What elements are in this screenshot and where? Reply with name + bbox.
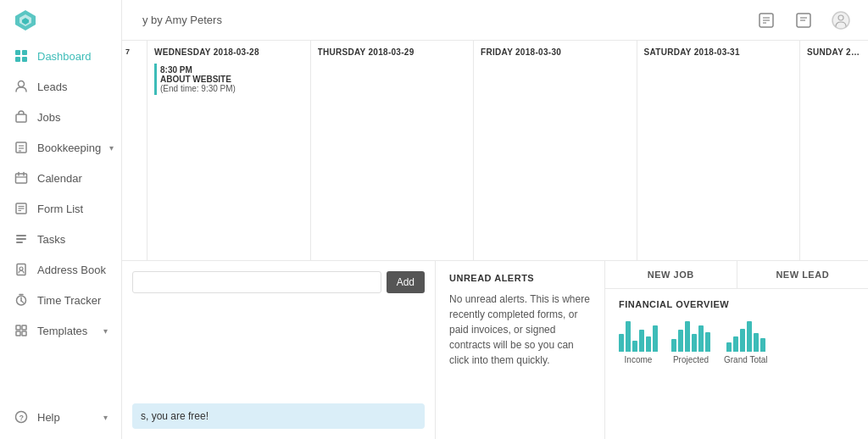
- chart-grand-total-bars: [726, 318, 765, 352]
- alerts-title: UNREAD ALERTS: [449, 273, 591, 283]
- sidebar-item-label-templates: Templates: [37, 325, 87, 337]
- chart-income: Income: [619, 318, 658, 364]
- content-area: 7 WEDNESDAY 2018-03-28 8:30 PM ABOUT WEB…: [122, 41, 868, 439]
- formlist-icon: [14, 201, 29, 216]
- chart-income-bars: [619, 318, 658, 352]
- calendar-event-title: ABOUT WEBSITE: [160, 75, 300, 84]
- sidebar-item-calendar[interactable]: Calendar: [0, 163, 121, 193]
- alerts-text: No unread alerts. This is where recently…: [449, 292, 591, 368]
- bottom-panels: Add s, you are free! UNREAD ALERTS No un…: [122, 261, 868, 439]
- help-arrow: ▾: [103, 413, 108, 422]
- templates-arrow: ▾: [103, 326, 108, 336]
- svg-rect-3: [15, 50, 20, 55]
- sidebar-item-label-help: Help: [37, 411, 60, 424]
- calendar-section: 7 WEDNESDAY 2018-03-28 8:30 PM ABOUT WEB…: [122, 41, 868, 261]
- sidebar-item-label-jobs: Jobs: [37, 111, 60, 124]
- tasks-icon: [14, 231, 29, 247]
- calendar-day-header-0: 7: [125, 47, 143, 56]
- svg-line-28: [21, 301, 24, 303]
- chart-projected-label: Projected: [673, 355, 709, 364]
- header-icon-user[interactable]: [827, 7, 854, 34]
- tab-new-lead[interactable]: NEW LEAD: [737, 261, 869, 288]
- dashboard-icon: [14, 48, 29, 64]
- chart-bar: [740, 329, 745, 352]
- calendar-icon: [14, 170, 29, 186]
- calendar-day-sun: SUNDAY 2018-0: [800, 41, 868, 260]
- chart-bar: [626, 321, 631, 352]
- chart-bar: [632, 341, 637, 352]
- svg-rect-5: [15, 57, 20, 62]
- chart-projected-bars: [671, 318, 710, 352]
- sidebar-item-addressbook[interactable]: Address Book: [0, 254, 121, 285]
- calendar-event-time: 8:30 PM: [160, 65, 300, 75]
- main-content: y by Amy Peters 7 WEDNESDAY 2018-03-28 8…: [122, 0, 868, 439]
- sidebar-item-tasks[interactable]: Tasks: [0, 224, 121, 254]
- chart-bar: [705, 332, 710, 352]
- sidebar-item-label-calendar: Calendar: [37, 172, 82, 185]
- svg-text:?: ?: [19, 414, 25, 422]
- sidebar-item-dashboard[interactable]: Dashboard: [0, 41, 121, 71]
- sidebar-item-templates[interactable]: Templates ▾: [0, 315, 121, 346]
- sidebar-item-label-bookkeeping: Bookkeeping: [37, 142, 101, 154]
- svg-rect-30: [16, 325, 20, 330]
- header-title: y by Amy Peters: [136, 14, 743, 26]
- calendar-day-header-sat: SATURDAY 2018-03-31: [644, 47, 793, 57]
- templates-icon: [14, 323, 29, 338]
- sidebar-item-timetracker[interactable]: Time Tracker: [0, 285, 121, 315]
- panel-input-field[interactable]: [132, 271, 381, 293]
- sidebar-item-label-timetracker: Time Tracker: [37, 294, 101, 307]
- chart-bar: [754, 333, 759, 353]
- chart-bar: [653, 325, 658, 352]
- calendar-day-wed: WEDNESDAY 2018-03-28 8:30 PM ABOUT WEBSI…: [147, 41, 311, 260]
- panel-right-tabs: NEW JOB NEW LEAD: [605, 261, 868, 289]
- svg-point-25: [19, 267, 23, 270]
- sidebar-item-label-tasks: Tasks: [37, 233, 65, 246]
- chart-bar: [733, 336, 738, 352]
- chart-bar: [685, 321, 690, 352]
- calendar-event-end: (End time: 9:30 PM): [160, 84, 300, 93]
- chart-bar: [692, 334, 697, 352]
- svg-rect-13: [16, 174, 27, 183]
- sidebar-bottom: ? Help ▾: [0, 402, 121, 439]
- sidebar-item-label-leads: Leads: [37, 81, 67, 93]
- panel-alerts: UNREAD ALERTS No unread alerts. This is …: [436, 261, 605, 439]
- addressbook-icon: [14, 262, 29, 277]
- sidebar-item-bookkeeping[interactable]: Bookkeeping ▾: [0, 132, 121, 163]
- sidebar-item-leads[interactable]: Leads: [0, 71, 121, 102]
- timetracker-icon: [14, 292, 29, 308]
- svg-rect-31: [22, 325, 26, 330]
- sidebar-nav: Dashboard Leads Jobs Bookkeeping ▾ Cal: [0, 41, 121, 402]
- sidebar: Dashboard Leads Jobs Bookkeeping ▾ Cal: [0, 0, 122, 439]
- tab-new-job[interactable]: NEW JOB: [605, 261, 737, 288]
- chart-bar: [760, 338, 765, 352]
- header-icon-notifications[interactable]: [790, 7, 817, 34]
- sidebar-item-jobs[interactable]: Jobs: [0, 102, 121, 132]
- calendar-day-header-thu: THURSDAY 2018-03-29: [318, 47, 467, 57]
- chart-grand-total: Grand Total: [724, 318, 768, 364]
- chart-bar: [646, 336, 651, 352]
- chart-bar: [678, 330, 683, 352]
- svg-rect-6: [22, 57, 27, 62]
- calendar-day-fri: FRIDAY 2018-03-30: [474, 41, 637, 260]
- svg-rect-8: [16, 114, 26, 122]
- app-logo: [0, 0, 121, 41]
- help-icon: ?: [14, 409, 29, 425]
- svg-rect-32: [16, 331, 20, 336]
- financial-overview: FINANCIAL OVERVIEW Income Projected: [605, 289, 868, 439]
- svg-rect-24: [17, 264, 25, 275]
- header-icon-forms[interactable]: [753, 7, 780, 34]
- bookkeeping-arrow: ▾: [109, 143, 114, 153]
- header: y by Amy Peters: [122, 0, 868, 41]
- financial-title: FINANCIAL OVERVIEW: [619, 299, 854, 309]
- calendar-day-partial-left: 7: [122, 41, 147, 260]
- svg-rect-21: [16, 235, 26, 236]
- panel-message: s, you are free!: [132, 403, 425, 429]
- chart-projected: Projected: [671, 318, 710, 364]
- calendar-event-wed-1[interactable]: 8:30 PM ABOUT WEBSITE (End time: 9:30 PM…: [154, 64, 303, 95]
- chart-bar: [698, 325, 704, 352]
- sidebar-item-help[interactable]: ? Help ▾: [0, 402, 121, 432]
- svg-rect-4: [22, 50, 27, 55]
- financial-charts: Income Projected Grand Total: [619, 318, 854, 364]
- panel-add-button[interactable]: Add: [387, 271, 425, 293]
- sidebar-item-formlist[interactable]: Form List: [0, 193, 121, 224]
